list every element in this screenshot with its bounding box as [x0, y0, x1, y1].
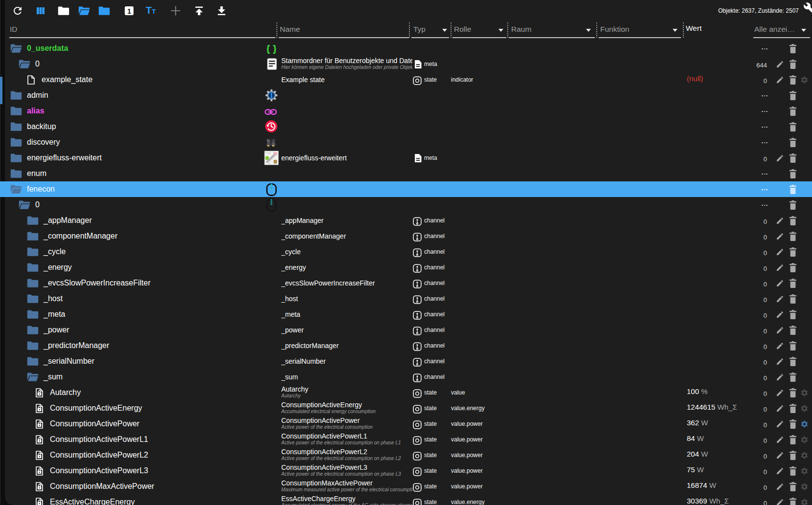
svg-text:T: T: [146, 5, 152, 16]
svg-text:1: 1: [127, 7, 131, 15]
svg-text:T: T: [152, 8, 156, 15]
